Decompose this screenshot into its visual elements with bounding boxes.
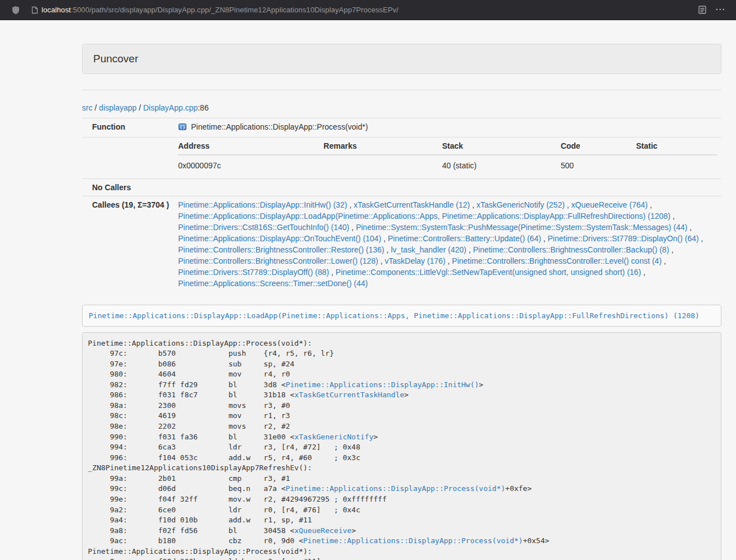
function-row-label: Function [82, 118, 173, 137]
callee-link[interactable]: Pinetime::Controllers::BrightnessControl… [452, 256, 661, 265]
callee-link[interactable]: xTaskGenericNotify (252) [477, 200, 565, 209]
overflow-menu-icon[interactable]: ⋯ [711, 3, 729, 17]
callee-link[interactable]: Pinetime::Components::LittleVgl::SetNewT… [336, 268, 641, 277]
stats-header-row: Address Remarks Stack Code Static [178, 140, 717, 155]
asm-symbol-link[interactable]: Pinetime::Applications::DisplayApp::Proc… [303, 536, 523, 545]
callee-link[interactable]: Pinetime::Controllers::BrightnessControl… [178, 245, 384, 254]
breadcrumb: src / displayapp / DisplayApp.cpp:86 [82, 102, 721, 113]
no-callers-label: No Callers [82, 179, 173, 196]
stats-table: Address Remarks Stack Code Static 0x0000… [178, 140, 717, 176]
callees-label: Callees (19, Σ=3704 ) [82, 196, 173, 292]
col-code: Code [561, 140, 636, 155]
callee-link[interactable]: Pinetime::Drivers::St7789::DisplayOn() (… [548, 234, 699, 243]
callees-row: Callees (19, Σ=3704 ) Pinetime::Applicat… [82, 196, 721, 292]
col-static: Static [636, 140, 717, 155]
callee-link[interactable]: Pinetime::Controllers::Battery::Update()… [388, 234, 541, 243]
function-name: Pinetime::Applications::DisplayApp::Proc… [191, 122, 368, 131]
shield-icon[interactable] [7, 6, 25, 15]
cell-remarks [323, 155, 442, 176]
page-content: Puncover src / displayapp / DisplayApp.c… [0, 20, 736, 560]
callee-link[interactable]: Pinetime::Controllers::BrightnessControl… [473, 245, 669, 254]
url-path: :5000/path/src/displayapp/DisplayApp.cpp… [71, 6, 399, 14]
cell-static [636, 155, 717, 176]
selected-symbol-panel: Pinetime::Applications::DisplayApp::Load… [82, 305, 721, 327]
callee-link[interactable]: lv_task_handler (420) [391, 245, 467, 254]
no-callers-row: No Callers [82, 179, 721, 196]
function-row: Function {} Pinetime::Applications::Disp… [82, 118, 721, 137]
callee-link[interactable]: Pinetime::Applications::DisplayApp::OnTo… [178, 234, 381, 243]
breadcrumb-link[interactable]: DisplayApp.cpp [143, 103, 198, 112]
callee-link[interactable]: xQueueReceive (764) [572, 200, 648, 209]
breadcrumb-link[interactable]: displayapp [99, 103, 136, 112]
selected-symbol-link[interactable]: Pinetime::Applications::DisplayApp::Load… [89, 311, 700, 320]
callee-link[interactable]: Pinetime::Applications::DisplayApp::Load… [178, 212, 670, 221]
reader-view-icon[interactable] [694, 6, 711, 14]
col-remarks: Remarks [323, 140, 442, 155]
asm-symbol-link[interactable]: Pinetime::Applications::DisplayApp::Init… [286, 380, 479, 389]
callee-link[interactable]: xTaskGetCurrentTaskHandle (12) [354, 200, 470, 209]
cell-address: 0x0000097c [178, 155, 323, 176]
table-row: 0x0000097c 40 (static) 500 [178, 155, 717, 176]
function-table: Function {} Pinetime::Applications::Disp… [82, 118, 721, 292]
col-stack: Stack [442, 140, 561, 155]
breadcrumb-link[interactable]: src [82, 103, 93, 112]
url-bar[interactable]: localhost:5000/path/src/displayapp/Displ… [29, 2, 689, 18]
disassembly-pre: Pinetime::Applications::DisplayApp::Proc… [82, 332, 721, 560]
browser-toolbar: localhost:5000/path/src/displayapp/Displ… [0, 0, 736, 20]
asm-symbol-link[interactable]: xQueueReceive [294, 526, 351, 535]
callee-link[interactable]: vTaskDelay (176) [385, 256, 445, 265]
svg-text:{}: {} [180, 125, 186, 130]
cell-stack: 40 (static) [442, 155, 561, 176]
url-text: localhost:5000/path/src/displayapp/Displ… [42, 6, 399, 14]
page-title: Puncover [93, 53, 710, 65]
callees-list: Pinetime::Applications::DisplayApp::Init… [173, 196, 721, 292]
callee-link[interactable]: Pinetime::Drivers::Cst816S::GetTouchInfo… [178, 223, 349, 232]
stats-row: Address Remarks Stack Code Static 0x0000… [82, 137, 721, 179]
col-address: Address [178, 140, 323, 155]
app-header: Puncover [82, 44, 721, 74]
asm-symbol-link[interactable]: Pinetime::Applications::DisplayApp::Proc… [286, 484, 505, 493]
function-icon: {} [178, 122, 187, 134]
callee-link[interactable]: Pinetime::Controllers::BrightnessControl… [178, 256, 378, 265]
callee-link[interactable]: Pinetime::Applications::Screens::Timer::… [178, 279, 368, 288]
asm-symbol-link[interactable]: xTaskGenericNotify [294, 433, 373, 441]
page-icon [31, 6, 38, 14]
asm-symbol-link[interactable]: xTaskGetCurrentTaskHandle [294, 391, 404, 399]
callee-link[interactable]: Pinetime::Drivers::St7789::DisplayOff() … [178, 268, 329, 277]
callee-link[interactable]: Pinetime::System::SystemTask::PushMessag… [356, 223, 688, 232]
url-host: localhost [42, 6, 71, 14]
divider [82, 90, 721, 90]
cell-code: 500 [561, 155, 636, 176]
callee-link[interactable]: Pinetime::Applications::DisplayApp::Init… [178, 200, 347, 209]
